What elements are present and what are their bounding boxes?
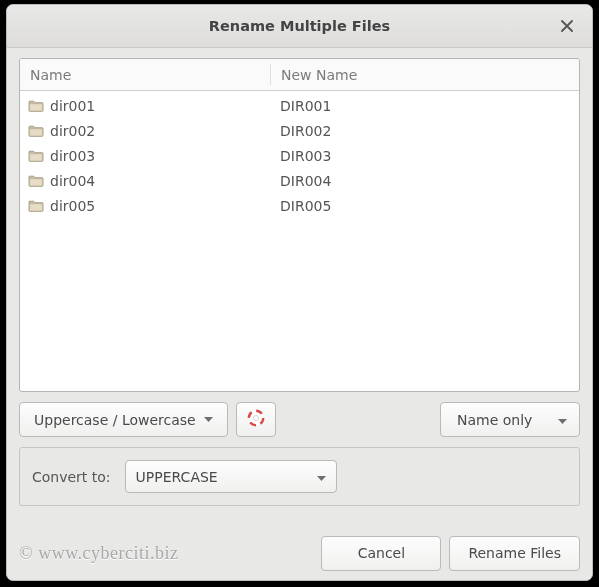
svg-rect-4 <box>30 203 43 210</box>
cell-name: dir005 <box>20 198 270 214</box>
mode-dropdown-label: Uppercase / Lowercase <box>34 412 196 428</box>
folder-icon <box>28 123 44 139</box>
svg-rect-0 <box>30 103 43 110</box>
list-row[interactable]: dir004DIR004 <box>20 168 579 193</box>
svg-point-6 <box>253 416 258 421</box>
file-list[interactable]: Name New Name dir001DIR001dir002DIR002di… <box>19 58 580 392</box>
cell-new-name: DIR004 <box>270 173 579 189</box>
watermark-text: © www.cyberciti.biz <box>19 543 178 564</box>
chevron-down-icon <box>317 469 326 485</box>
new-file-name: DIR004 <box>280 173 331 189</box>
file-name: dir004 <box>50 173 95 189</box>
new-file-name: DIR005 <box>280 198 331 214</box>
svg-rect-2 <box>30 153 43 160</box>
column-header-new-name[interactable]: New Name <box>271 59 579 90</box>
file-name: dir001 <box>50 98 95 114</box>
column-header-name[interactable]: Name <box>20 59 270 90</box>
list-row[interactable]: dir002DIR002 <box>20 118 579 143</box>
cell-name: dir002 <box>20 123 270 139</box>
titlebar: Rename Multiple Files <box>7 5 592 48</box>
content-area: Name New Name dir001DIR001dir002DIR002di… <box>7 48 592 526</box>
cell-new-name: DIR003 <box>270 148 579 164</box>
mode-dropdown[interactable]: Uppercase / Lowercase <box>19 402 228 437</box>
help-button[interactable] <box>236 402 276 437</box>
file-name: dir002 <box>50 123 95 139</box>
cell-name: dir001 <box>20 98 270 114</box>
scope-dropdown[interactable]: Name only <box>440 402 580 437</box>
convert-to-value: UPPERCASE <box>136 469 218 485</box>
cancel-button-label: Cancel <box>358 545 405 561</box>
folder-icon <box>28 198 44 214</box>
controls-row: Uppercase / Lowercase Name only <box>19 402 580 437</box>
new-file-name: DIR003 <box>280 148 331 164</box>
cell-name: dir003 <box>20 148 270 164</box>
cell-name: dir004 <box>20 173 270 189</box>
list-rows: dir001DIR001dir002DIR002dir003DIR003dir0… <box>20 91 579 220</box>
new-file-name: DIR002 <box>280 123 331 139</box>
dialog-window: Rename Multiple Files Name New Name dir0… <box>6 4 593 581</box>
window-title: Rename Multiple Files <box>209 18 390 34</box>
file-name: dir003 <box>50 148 95 164</box>
options-panel: Convert to: UPPERCASE <box>19 447 580 506</box>
list-row[interactable]: dir005DIR005 <box>20 193 579 218</box>
close-button[interactable] <box>552 5 582 47</box>
close-icon <box>561 16 573 36</box>
convert-to-dropdown[interactable]: UPPERCASE <box>125 460 337 493</box>
folder-icon <box>28 98 44 114</box>
rename-files-button[interactable]: Rename Files <box>449 536 580 571</box>
rename-files-button-label: Rename Files <box>468 545 561 561</box>
scope-dropdown-label: Name only <box>457 412 532 428</box>
help-icon <box>247 409 265 430</box>
chevron-down-icon <box>558 412 567 428</box>
chevron-down-icon <box>204 417 213 423</box>
file-name: dir005 <box>50 198 95 214</box>
svg-rect-1 <box>30 128 43 135</box>
list-row[interactable]: dir003DIR003 <box>20 143 579 168</box>
footer: © www.cyberciti.biz Cancel Rename Files <box>7 526 592 580</box>
cancel-button[interactable]: Cancel <box>321 536 441 571</box>
folder-icon <box>28 173 44 189</box>
list-row[interactable]: dir001DIR001 <box>20 93 579 118</box>
cell-new-name: DIR002 <box>270 123 579 139</box>
svg-rect-3 <box>30 178 43 185</box>
folder-icon <box>28 148 44 164</box>
new-file-name: DIR001 <box>280 98 331 114</box>
cell-new-name: DIR005 <box>270 198 579 214</box>
cell-new-name: DIR001 <box>270 98 579 114</box>
convert-to-label: Convert to: <box>32 469 111 485</box>
list-header: Name New Name <box>20 59 579 91</box>
